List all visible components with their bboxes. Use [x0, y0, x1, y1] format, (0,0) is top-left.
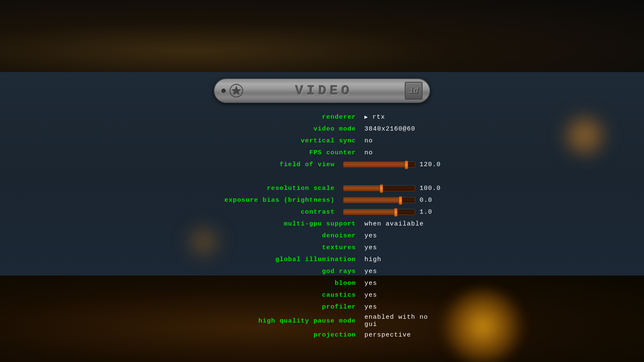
setting-value: yes	[356, 232, 441, 239]
slider-thumb[interactable]	[380, 184, 383, 193]
value-text: yes	[364, 268, 377, 275]
setting-value: yes	[356, 280, 441, 287]
setting-value: yes	[356, 292, 441, 299]
setting-value: 1.0	[335, 209, 441, 216]
setting-label: textures	[203, 244, 356, 251]
setting-label: profiler	[203, 304, 356, 311]
setting-label: vertical sync	[203, 137, 356, 145]
slider-track[interactable]	[343, 185, 415, 191]
setting-label: video mode	[203, 125, 356, 133]
setting-label: multi-gpu support	[203, 220, 356, 228]
setting-row-god-rays[interactable]: god raysyes	[203, 266, 441, 277]
setting-row-denoiser[interactable]: denoiseryes	[203, 230, 441, 241]
setting-label: field of view	[203, 161, 335, 168]
setting-row-vertical-sync[interactable]: vertical syncno	[203, 135, 441, 146]
setting-value: 0.0	[335, 197, 441, 204]
setting-value: 3840x2160@60	[356, 125, 441, 133]
setting-label: resolution scale	[203, 185, 335, 192]
value-text: yes	[364, 280, 377, 287]
setting-value: 100.0	[335, 185, 441, 192]
slider-thumb[interactable]	[399, 196, 402, 205]
value-text: enabled with no gui	[364, 314, 441, 328]
setting-label: renderer	[203, 114, 356, 121]
setting-label: FPS counter	[203, 149, 356, 156]
setting-row-bloom[interactable]: bloomyes	[203, 278, 441, 289]
value-text: perspective	[364, 331, 411, 339]
title-plate: VIDEO id	[214, 78, 430, 103]
setting-value: ▶rtx	[356, 114, 441, 121]
setting-value: when available	[356, 220, 441, 228]
value-text: yes	[364, 292, 377, 299]
setting-value: yes	[356, 268, 441, 275]
page-title: VIDEO	[295, 83, 353, 99]
title-left-group	[221, 84, 244, 98]
spacer-row	[203, 171, 441, 182]
value-text: high	[364, 256, 381, 263]
setting-value: no	[356, 137, 441, 145]
setting-value: no	[356, 149, 441, 156]
value-text: rtx	[372, 114, 385, 121]
arrow-icon: ▶	[364, 114, 368, 120]
setting-row-textures[interactable]: texturesyes	[203, 242, 441, 253]
setting-row-profiler[interactable]: profileryes	[203, 301, 441, 312]
setting-row-projection[interactable]: projectionperspective	[203, 329, 441, 340]
settings-table: renderer▶rtxvideo mode3840x2160@60vertic…	[203, 111, 441, 340]
menu-container: VIDEO id renderer▶rtxvideo mode3840x2160…	[203, 78, 441, 340]
value-text: yes	[364, 244, 377, 251]
slider-fill	[344, 198, 402, 203]
dot-icon	[221, 89, 226, 93]
slider-value-label: 120.0	[420, 161, 441, 168]
slider-value-label: 100.0	[420, 185, 441, 192]
setting-row-high-quality-pause-mode[interactable]: high quality pause modeenabled with no g…	[203, 313, 441, 329]
setting-row-caustics[interactable]: causticsyes	[203, 290, 441, 301]
bokeh-orb-1	[559, 110, 610, 161]
setting-value: high	[356, 256, 441, 263]
setting-label: projection	[203, 331, 356, 339]
value-text: 3840x2160@60	[364, 125, 415, 133]
slider-thumb[interactable]	[394, 208, 398, 217]
slider-fill	[344, 162, 408, 167]
setting-value: yes	[356, 244, 441, 251]
setting-label: exposure bias (brightness)	[203, 197, 335, 204]
setting-label: global illumination	[203, 256, 356, 263]
setting-label: contrast	[203, 209, 335, 216]
slider-fill	[344, 209, 397, 214]
slider-container[interactable]: 100.0	[343, 185, 441, 192]
setting-row-renderer[interactable]: renderer▶rtx	[203, 111, 441, 123]
setting-label: god rays	[203, 268, 356, 275]
value-text: yes	[364, 232, 377, 239]
slider-container[interactable]: 120.0	[343, 161, 441, 168]
value-text: no	[364, 137, 373, 145]
slider-value-label: 0.0	[420, 197, 441, 204]
value-text: when available	[364, 220, 424, 228]
slider-track[interactable]	[343, 209, 415, 215]
setting-row-field-of-view[interactable]: field of view120.0	[203, 159, 441, 170]
setting-row-exposure-bias-brightness[interactable]: exposure bias (brightness)0.0	[203, 195, 441, 206]
slider-container[interactable]: 1.0	[343, 209, 441, 216]
bokeh-orb-3	[440, 288, 525, 362]
slider-thumb[interactable]	[405, 161, 408, 169]
setting-label: high quality pause mode	[203, 317, 356, 325]
slider-track[interactable]	[343, 197, 415, 203]
slider-fill	[344, 186, 383, 191]
setting-row-video-mode[interactable]: video mode3840x2160@60	[203, 123, 441, 134]
id-logo-icon: id	[405, 82, 423, 100]
quake-logo-icon	[229, 84, 244, 98]
setting-value: perspective	[356, 331, 441, 339]
slider-container[interactable]: 0.0	[343, 197, 441, 204]
slider-track[interactable]	[343, 162, 415, 167]
setting-label: bloom	[203, 280, 356, 287]
setting-value: 120.0	[335, 161, 441, 168]
setting-row-contrast[interactable]: contrast1.0	[203, 206, 441, 217]
setting-row-resolution-scale[interactable]: resolution scale100.0	[203, 183, 441, 194]
value-text: no	[364, 149, 373, 156]
setting-value: enabled with no gui	[356, 314, 441, 328]
setting-row-global-illumination[interactable]: global illuminationhigh	[203, 254, 441, 265]
setting-row-FPS-counter[interactable]: FPS counterno	[203, 147, 441, 158]
setting-row-multi-gpu-support[interactable]: multi-gpu supportwhen available	[203, 218, 441, 229]
setting-label: denoiser	[203, 232, 356, 239]
value-text: yes	[364, 304, 377, 311]
setting-value: yes	[356, 304, 441, 311]
setting-label: caustics	[203, 292, 356, 299]
slider-value-label: 1.0	[420, 209, 441, 216]
